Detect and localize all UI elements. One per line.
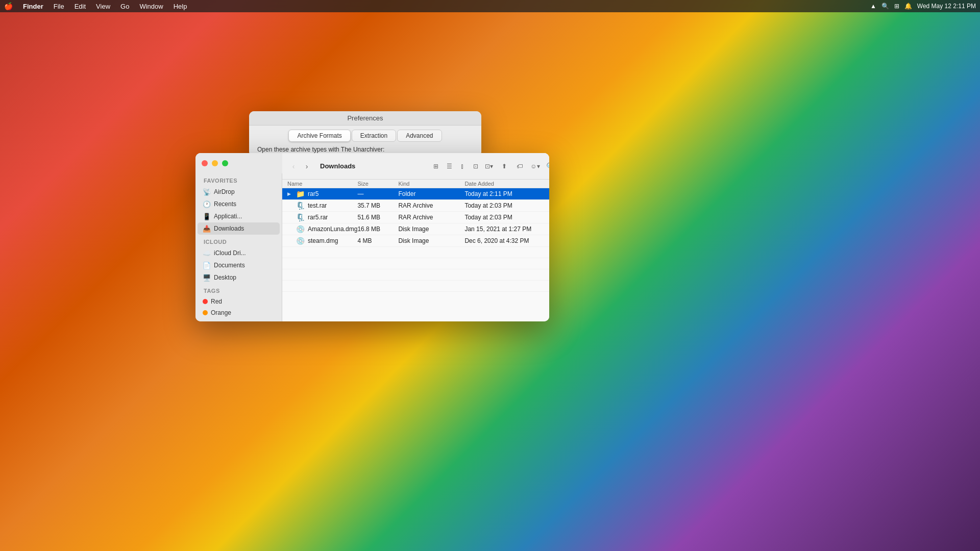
file-date: Dec 6, 2020 at 4:32 PM xyxy=(464,237,549,244)
table-row[interactable]: 💿 steam.dmg 4 MB Disk Image Dec 6, 2020 … xyxy=(282,235,549,247)
sidebar-label-tag-orange: Orange xyxy=(211,309,231,316)
airdrop-icon: 📡 xyxy=(203,188,211,196)
file-date: Today at 2:11 PM xyxy=(464,190,549,197)
search-button[interactable]: 🔍 xyxy=(544,160,549,172)
icon-view-button[interactable]: ⊞ xyxy=(430,160,442,172)
sidebar-item-downloads[interactable]: 📥 Downloads xyxy=(198,222,280,235)
column-size[interactable]: Size xyxy=(357,181,398,187)
menu-window[interactable]: Window xyxy=(135,2,167,11)
tags-section-label: Tags xyxy=(195,284,282,296)
menu-finder[interactable]: Finder xyxy=(19,2,47,11)
file-name: rar5 xyxy=(308,190,318,197)
sidebar-label-recents: Recents xyxy=(214,201,236,208)
finder-sidebar: Favorites 📡 AirDrop 🕐 Recents 📱 Applicat… xyxy=(195,153,282,321)
file-size: 51.6 MB xyxy=(357,214,398,221)
window-maximize-button[interactable] xyxy=(222,160,228,166)
sidebar-item-desktop[interactable]: 🖥️ Desktop xyxy=(198,271,280,284)
file-name: AmazonLuna.dmg xyxy=(308,226,357,233)
window-minimize-button[interactable] xyxy=(212,160,218,166)
icloud-section-label: iCloud xyxy=(195,235,282,247)
applications-icon: 📱 xyxy=(203,212,211,220)
menu-view[interactable]: View xyxy=(92,2,114,11)
disk-image-icon: 💿 xyxy=(296,237,305,245)
finder-window-title: Downloads xyxy=(320,162,355,170)
file-date: Today at 2:03 PM xyxy=(464,202,549,209)
file-size: 4 MB xyxy=(357,237,398,244)
tab-extraction[interactable]: Extraction xyxy=(352,130,396,142)
sidebar-label-tag-yellow: Yellow xyxy=(211,320,228,321)
tag-red-dot xyxy=(203,299,208,304)
view-controls: ⊞ ☰ ⫿ ⊡ ⊡▾ xyxy=(430,160,495,172)
prefs-titlebar: Preferences xyxy=(249,111,481,126)
tab-advanced[interactable]: Advanced xyxy=(397,130,442,142)
gallery-view-button[interactable]: ⊡ xyxy=(470,160,482,172)
list-view-button[interactable]: ☰ xyxy=(443,160,455,172)
sidebar-label-desktop: Desktop xyxy=(214,274,236,281)
finder-window: Favorites 📡 AirDrop 🕐 Recents 📱 Applicat… xyxy=(195,153,549,321)
recents-icon: 🕐 xyxy=(203,200,211,208)
share-button[interactable]: ⬆ xyxy=(498,160,510,172)
finder-main: ‹ › Downloads ⊞ ☰ ⫿ ⊡ ⊡▾ ⬆ 🏷 ☺▾ 🔍 Name S… xyxy=(282,153,549,321)
window-close-button[interactable] xyxy=(202,160,208,166)
favorites-section-label: Favorites xyxy=(195,173,282,186)
sidebar-item-airdrop[interactable]: 📡 AirDrop xyxy=(198,186,280,198)
table-row[interactable]: 🗜️ rar5.rar 51.6 MB RAR Archive Today at… xyxy=(282,212,549,223)
menu-file[interactable]: File xyxy=(50,2,68,11)
empty-row xyxy=(282,258,549,269)
sidebar-label-applications: Applicati... xyxy=(214,213,242,220)
menu-edit[interactable]: Edit xyxy=(70,2,90,11)
forward-button[interactable]: › xyxy=(301,160,313,172)
sidebar-item-icloud-drive[interactable]: ☁️ iCloud Dri... xyxy=(198,247,280,259)
prefs-tabs-container: Archive Formats Extraction Advanced xyxy=(249,126,481,144)
icloud-drive-icon: ☁️ xyxy=(203,249,211,257)
expand-arrow-icon: ▶ xyxy=(287,191,292,196)
file-kind: Folder xyxy=(398,190,464,197)
table-row[interactable]: ▶ 📁 rar5 — Folder Today at 2:11 PM xyxy=(282,188,549,200)
view-options-button[interactable]: ⊡▾ xyxy=(483,160,495,172)
control-center-icon[interactable]: ⊞ xyxy=(894,3,899,10)
sidebar-item-tag-red[interactable]: Red xyxy=(198,296,280,307)
folder-icon: 📁 xyxy=(296,190,305,198)
more-button[interactable]: ☺▾ xyxy=(529,160,541,172)
preferences-window: Preferences Archive Formats Extraction A… xyxy=(249,111,481,157)
file-name: steam.dmg xyxy=(308,237,338,244)
sidebar-label-tag-red: Red xyxy=(211,298,222,305)
wifi-icon: ▲ xyxy=(870,3,876,10)
menu-help[interactable]: Help xyxy=(169,2,191,11)
file-size: — xyxy=(357,190,398,197)
sidebar-item-recents[interactable]: 🕐 Recents xyxy=(198,198,280,210)
column-name[interactable]: Name xyxy=(287,181,357,187)
menubar-right: ▲ 🔍 ⊞ 🔔 Wed May 12 2:11 PM xyxy=(870,3,976,10)
prefs-content-text: Open these archive types with The Unarch… xyxy=(257,146,384,153)
column-date-added[interactable]: Date Added xyxy=(464,181,549,187)
downloads-icon: 📥 xyxy=(203,224,211,233)
menu-go[interactable]: Go xyxy=(116,2,133,11)
sidebar-label-icloud-drive: iCloud Dri... xyxy=(214,249,246,257)
prefs-title: Preferences xyxy=(347,114,383,122)
file-name: test.rar xyxy=(308,202,327,209)
column-kind[interactable]: Kind xyxy=(398,181,464,187)
tag-button[interactable]: 🏷 xyxy=(513,160,526,172)
sidebar-item-tag-orange[interactable]: Orange xyxy=(198,307,280,318)
sidebar-item-tag-yellow[interactable]: Yellow xyxy=(198,318,280,321)
finder-sidebar-header xyxy=(195,153,282,173)
back-button[interactable]: ‹ xyxy=(287,160,300,172)
notification-icon[interactable]: 🔔 xyxy=(904,3,912,10)
empty-row xyxy=(282,281,549,292)
sidebar-label-downloads: Downloads xyxy=(214,225,244,232)
table-row[interactable]: 🗜️ test.rar 35.7 MB RAR Archive Today at… xyxy=(282,200,549,212)
apple-logo-icon[interactable]: 🍎 xyxy=(4,2,13,10)
tab-archive-formats[interactable]: Archive Formats xyxy=(288,130,350,142)
nav-buttons: ‹ › xyxy=(287,160,313,172)
file-kind: Disk Image xyxy=(398,237,464,244)
empty-row xyxy=(282,269,549,281)
documents-icon: 📄 xyxy=(203,261,211,269)
sidebar-item-documents[interactable]: 📄 Documents xyxy=(198,259,280,271)
archive-icon: 🗜️ xyxy=(296,213,305,221)
menu-items: Finder File Edit View Go Window Help xyxy=(19,2,191,11)
file-list-header: Name Size Kind Date Added xyxy=(282,180,549,188)
column-view-button[interactable]: ⫿ xyxy=(456,160,469,172)
sidebar-item-applications[interactable]: 📱 Applicati... xyxy=(198,210,280,222)
search-menubar-icon[interactable]: 🔍 xyxy=(881,3,889,10)
table-row[interactable]: 💿 AmazonLuna.dmg 16.8 MB Disk Image Jan … xyxy=(282,223,549,235)
